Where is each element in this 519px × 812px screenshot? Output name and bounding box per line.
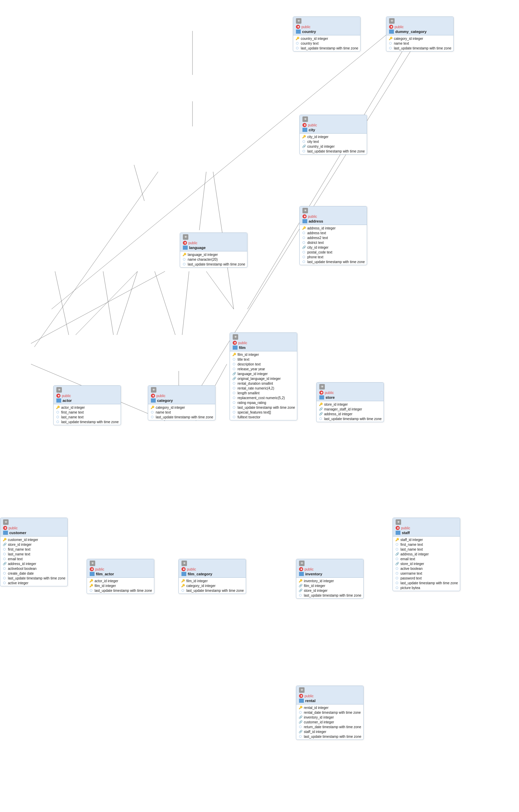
field-regular-icon: ⬡ bbox=[181, 588, 185, 593]
svg-line-6 bbox=[76, 271, 137, 335]
field-regular-icon: ⬡ bbox=[395, 542, 399, 546]
field-name-text: film_id integer bbox=[186, 579, 208, 583]
field-row: 🔗address_id integer bbox=[317, 411, 384, 416]
field-regular-icon: ⬡ bbox=[89, 588, 93, 593]
field-regular-icon: ⬡ bbox=[232, 391, 236, 395]
field-name-text: name text bbox=[394, 42, 409, 45]
field-name-text: customer_id integer bbox=[8, 538, 38, 542]
field-row: ⬡city text bbox=[300, 139, 367, 144]
field-row: ⬡name character(20) bbox=[180, 257, 247, 262]
schema-label: public bbox=[156, 394, 165, 398]
field-row: 🔑city_id integer bbox=[300, 134, 367, 139]
svg-line-11 bbox=[182, 271, 189, 335]
field-regular-icon: ⬡ bbox=[2, 547, 7, 551]
field-key-icon: 🔑 bbox=[89, 584, 93, 588]
field-name-text: address_id integer bbox=[307, 226, 335, 230]
table-grid-icon bbox=[302, 219, 307, 223]
field-row: ⬡rating mpaa_rating bbox=[230, 400, 297, 405]
field-name-text: city_id integer bbox=[307, 246, 329, 249]
svg-line-2 bbox=[199, 172, 206, 230]
field-name-text: last_update timestamp with time zone bbox=[95, 589, 152, 593]
field-list: 🔑address_id integer⬡address text⬡address… bbox=[300, 225, 367, 265]
schema-label: public bbox=[325, 391, 334, 395]
field-row: ⬡address text bbox=[300, 230, 367, 235]
field-row: 🔗inventory_id integer bbox=[296, 715, 363, 720]
eye-icon: 👁 bbox=[299, 561, 305, 566]
field-regular-icon: ⬡ bbox=[232, 362, 236, 366]
field-row: 🔗customer_id integer bbox=[296, 720, 363, 724]
field-row: ⬡last_update timestamp with time zone bbox=[393, 580, 460, 585]
field-row: ⬡last_name text bbox=[0, 552, 67, 556]
field-name-text: first_name text bbox=[400, 543, 423, 546]
field-row: ⬡last_update timestamp with time zone bbox=[300, 259, 367, 264]
field-regular-icon: ⬡ bbox=[395, 557, 399, 561]
svg-line-10 bbox=[103, 271, 113, 335]
table-address: 👁◈publicaddress🔑address_id integer⬡addre… bbox=[299, 206, 367, 265]
table-grid-icon bbox=[3, 531, 8, 535]
field-row: 🔗address_id integer bbox=[0, 561, 67, 566]
field-name-text: phone text bbox=[307, 255, 323, 259]
eye-icon: 👁 bbox=[299, 687, 305, 693]
field-name-text: last_update timestamp with time zone bbox=[188, 262, 245, 266]
field-name-text: last_update timestamp with time zone bbox=[8, 576, 65, 580]
schema-label: public bbox=[188, 241, 197, 245]
schema-icon: ◈ bbox=[302, 214, 307, 218]
schema-icon: ◈ bbox=[299, 694, 303, 698]
field-list: 🔑city_id integer⬡city text🔗country_id in… bbox=[300, 134, 367, 154]
field-regular-icon: ⬡ bbox=[2, 576, 7, 580]
schema-label: public bbox=[301, 25, 310, 29]
field-name-text: active integer bbox=[8, 581, 28, 585]
field-key-icon: 🔑 bbox=[89, 579, 93, 583]
field-name-text: inventory_id integer bbox=[304, 715, 334, 719]
field-row: 🔗store_id integer bbox=[0, 542, 67, 547]
field-name-text: staff_id integer bbox=[304, 730, 326, 734]
schema-label: public bbox=[395, 25, 404, 29]
field-row: ⬡first_name text bbox=[393, 542, 460, 547]
field-row: ⬡last_update timestamp with time zone bbox=[54, 419, 121, 424]
table-grid-icon bbox=[299, 699, 304, 703]
schema-label: public bbox=[187, 567, 196, 571]
field-row: ⬡email text bbox=[393, 556, 460, 561]
table-dummy_category: 👁◈publicdummy_category🔑category_id integ… bbox=[386, 16, 454, 52]
field-name-text: password text bbox=[400, 576, 422, 580]
field-name-text: replacement_cost numeric(5,2) bbox=[238, 396, 285, 400]
schema-label: public bbox=[308, 123, 317, 127]
field-name-text: category_id integer bbox=[394, 37, 423, 41]
field-name-text: description text bbox=[238, 362, 261, 366]
field-row: ⬡last_update timestamp with time zone bbox=[87, 588, 154, 593]
field-name-text: staff_id integer bbox=[400, 538, 423, 542]
field-regular-icon: ⬡ bbox=[150, 415, 154, 419]
field-name-text: last_update timestamp with time zone bbox=[301, 46, 358, 50]
field-row: ⬡title text bbox=[230, 357, 297, 362]
field-row: ⬡last_name text bbox=[393, 547, 460, 552]
field-name-text: store_id integer bbox=[8, 543, 32, 546]
schema-icon: ◈ bbox=[299, 567, 303, 571]
field-row: 🔗store_id integer bbox=[393, 561, 460, 566]
field-fk-icon: 🔗 bbox=[2, 562, 7, 566]
table-grid-icon bbox=[183, 246, 188, 250]
field-row: ⬡last_update timestamp with time zone bbox=[300, 149, 367, 154]
field-name-text: inventory_id integer bbox=[304, 579, 334, 583]
field-row: ⬡activebool boolean bbox=[0, 566, 67, 571]
field-regular-icon: ⬡ bbox=[395, 566, 399, 571]
field-name-text: create_date date bbox=[8, 572, 34, 575]
field-fk-icon: 🔗 bbox=[298, 715, 302, 719]
svg-line-12 bbox=[31, 271, 165, 343]
field-key-icon: 🔑 bbox=[319, 402, 323, 406]
schema-icon: ◈ bbox=[302, 123, 307, 127]
field-name-text: address_id integer bbox=[400, 552, 429, 556]
field-name-text: last_update timestamp with time zone bbox=[304, 594, 361, 597]
field-regular-icon: ⬡ bbox=[395, 547, 399, 551]
field-name-text: film_id integer bbox=[238, 353, 259, 357]
field-list: 🔑film_id integer🔑category_id integer⬡las… bbox=[179, 578, 246, 594]
table-name-label: customer bbox=[9, 531, 26, 535]
field-regular-icon: ⬡ bbox=[302, 231, 306, 235]
field-regular-icon: ⬡ bbox=[302, 139, 306, 144]
table-grid-icon bbox=[90, 572, 95, 576]
field-regular-icon: ⬡ bbox=[232, 381, 236, 385]
field-key-icon: 🔑 bbox=[150, 405, 154, 409]
erd-canvas: 👁◈publicpayment🔑payment_id integer🔗custo… bbox=[0, 0, 519, 812]
field-name-text: store_id integer bbox=[304, 589, 328, 593]
table-grid-icon bbox=[319, 395, 324, 399]
field-fk-icon: 🔗 bbox=[298, 584, 302, 588]
